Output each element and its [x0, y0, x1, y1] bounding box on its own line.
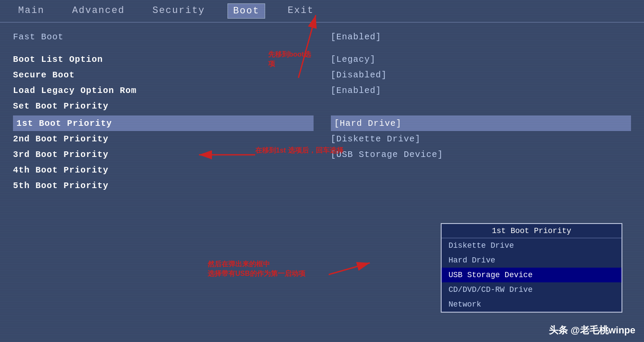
menu-item-boot[interactable]: Boot [227, 3, 265, 19]
bp3-value-row: [USB Storage Device] [331, 147, 631, 162]
boot-priority-4-row[interactable]: 4th Boot Priority [13, 162, 314, 178]
boot-list-option-label: Boot List Option [13, 54, 103, 64]
menu-item-security[interactable]: Security [147, 3, 210, 19]
menu-item-advanced[interactable]: Advanced [67, 3, 130, 19]
menu-bar: Main Advanced Security Boot Exit [0, 0, 644, 22]
menu-item-main[interactable]: Main [13, 3, 50, 19]
boot-list-value: [Legacy] [331, 54, 376, 64]
popup-item-diskette[interactable]: Diskette Drive [442, 238, 622, 253]
popup-dialog: 1st Boot Priority Diskette Drive Hard Dr… [441, 223, 622, 313]
popup-item-network[interactable]: Network [442, 297, 622, 312]
secure-boot-value: [Disabled] [331, 70, 387, 80]
secure-boot-value-row: [Disabled] [331, 67, 631, 83]
bios-screen: Main Advanced Security Boot Exit Fast Bo… [0, 0, 644, 342]
boot-priority-1-row[interactable]: 1st Boot Priority [13, 115, 314, 131]
set-boot-priority-label: Set Boot Priority [13, 101, 109, 111]
annotation-3: 然后在弹出来的框中选择带有USB的作为第一启动项 [208, 259, 305, 279]
boot-list-value-row: [Legacy] [331, 51, 631, 67]
popup-item-harddrive[interactable]: Hard Drive [442, 253, 622, 268]
boot-priority-4-label: 4th Boot Priority [13, 165, 109, 175]
menu-item-exit[interactable]: Exit [282, 3, 319, 19]
boot-priority-2-row[interactable]: 2nd Boot Priority [13, 131, 314, 147]
left-column: Fast Boot Boot List Option Secure Boot L… [13, 29, 322, 334]
boot-priority-2-label: 2nd Boot Priority [13, 134, 109, 144]
load-legacy-label: Load Legacy Option Rom [13, 86, 137, 96]
boot-priority-5-label: 5th Boot Priority [13, 181, 109, 191]
annotation-1: 先移到boot选项 [268, 50, 311, 69]
secure-boot-label: Secure Boot [13, 70, 75, 80]
load-legacy-value: [Enabled] [331, 86, 381, 96]
right-column: [Enabled] [Legacy] [Disabled] [Enabled] … [322, 29, 631, 334]
bp3-value: [USB Storage Device] [331, 150, 443, 160]
boot-priority-1-label: 1st Boot Priority [16, 118, 112, 128]
bp2-value: [Diskette Drive] [331, 134, 421, 144]
fast-boot-value: [Enabled] [331, 32, 381, 42]
load-legacy-row: Load Legacy Option Rom [13, 83, 314, 98]
boot-priority-5-row[interactable]: 5th Boot Priority [13, 178, 314, 193]
bp1-value: [Hard Drive] [334, 118, 402, 128]
set-boot-priority-row: Set Boot Priority [13, 98, 314, 114]
popup-item-usb[interactable]: USB Storage Device [442, 268, 622, 282]
bios-content: Fast Boot Boot List Option Secure Boot L… [0, 22, 644, 341]
fast-boot-row: Fast Boot [13, 29, 314, 45]
load-legacy-value-row: [Enabled] [331, 83, 631, 98]
popup-title: 1st Boot Priority [442, 224, 622, 238]
fast-boot-value-row: [Enabled] [331, 29, 631, 45]
watermark: 头条 @老毛桃winpe [549, 324, 635, 337]
popup-item-cddvd[interactable]: CD/DVD/CD-RW Drive [442, 282, 622, 297]
bp2-value-row: [Diskette Drive] [331, 131, 631, 147]
secure-boot-row: Secure Boot [13, 67, 314, 83]
fast-boot-label: Fast Boot [13, 32, 64, 42]
bp1-value-row: [Hard Drive] [331, 115, 631, 131]
set-boot-priority-value-row [331, 98, 631, 114]
annotation-2: 在移到1st 选项后，回车选择 [255, 146, 343, 155]
boot-priority-3-label: 3rd Boot Priority [13, 150, 109, 160]
